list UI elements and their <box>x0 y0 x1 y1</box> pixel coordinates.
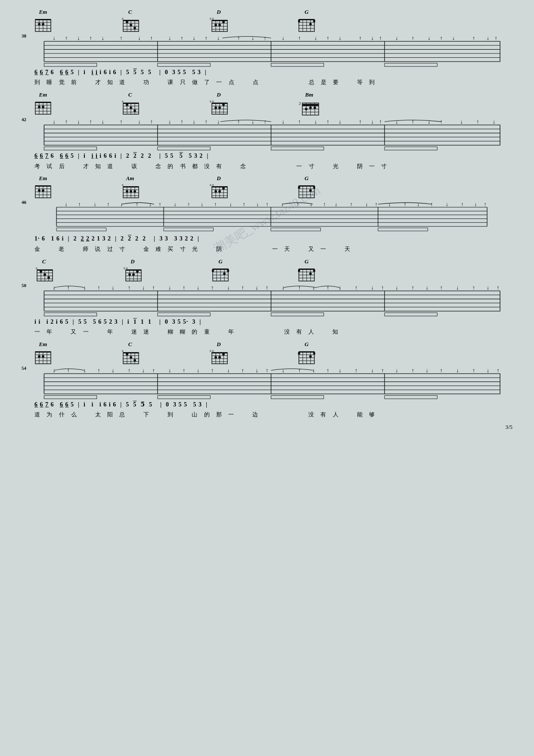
chord-em-42: Em <box>34 91 52 115</box>
svg-rect-193 <box>35 185 51 187</box>
svg-text:↑: ↑ <box>107 201 109 207</box>
svg-text:↓: ↓ <box>395 367 398 374</box>
svg-point-7 <box>38 23 40 25</box>
chord-diagram-d-42: ×× <box>208 99 229 115</box>
svg-rect-275 <box>378 228 428 231</box>
svg-text:↓: ↓ <box>338 35 342 41</box>
svg-rect-90 <box>271 63 323 67</box>
svg-point-204 <box>134 190 136 193</box>
chord-row-54: Em C × <box>22 341 512 365</box>
svg-rect-310 <box>213 269 228 270</box>
svg-point-400 <box>218 356 221 359</box>
svg-text:↑: ↑ <box>412 35 415 41</box>
svg-text:↑: ↑ <box>152 284 155 291</box>
svg-rect-368 <box>385 312 437 316</box>
chord-diagram-d-50: ×× <box>122 266 143 282</box>
svg-text:↑: ↑ <box>89 35 92 41</box>
svg-text:↓: ↓ <box>425 284 428 291</box>
chord-g-46: G <box>298 175 315 199</box>
svg-text:↑: ↑ <box>472 367 475 374</box>
svg-text:↑: ↑ <box>472 284 475 291</box>
svg-text:↓: ↓ <box>255 367 258 374</box>
svg-text:↓: ↓ <box>168 35 171 41</box>
svg-text:↓: ↓ <box>192 119 196 125</box>
svg-text:↓: ↓ <box>371 367 374 374</box>
svg-point-389 <box>134 359 136 362</box>
svg-rect-287 <box>37 269 53 271</box>
svg-rect-21 <box>123 20 139 21</box>
svg-point-227 <box>309 189 312 192</box>
svg-text:↑: ↑ <box>379 119 382 125</box>
svg-point-285 <box>43 273 46 276</box>
svg-text:↓: ↓ <box>314 35 317 41</box>
svg-text:↑: ↑ <box>412 284 415 291</box>
svg-point-112 <box>134 109 136 112</box>
svg-text:↑: ↑ <box>381 284 384 291</box>
svg-text:↑: ↑ <box>78 201 81 207</box>
svg-point-8 <box>42 23 44 25</box>
chord-diagram-em-42 <box>34 99 52 115</box>
section-46: Em Am × <box>22 175 512 253</box>
chord-d-50: D ×× <box>122 258 143 282</box>
svg-text:↓: ↓ <box>493 119 496 125</box>
svg-text:↑: ↑ <box>266 367 269 374</box>
svg-point-137 <box>314 106 316 109</box>
svg-point-192 <box>42 189 44 192</box>
lyrics-54: 道 为 什 么 太 阳 总 下 到 山 的 那 一 边 没 有 人 能 够 <box>34 410 512 419</box>
chord-diagram-em-46 <box>34 182 52 199</box>
svg-text:↓: ↓ <box>487 35 490 41</box>
svg-text:↑: ↑ <box>97 367 100 374</box>
lyrics-42: 考 试 后 才 知 道 该 念 的 书 都 没 有 念 一 寸 光 阴 一 寸 <box>34 162 512 171</box>
svg-text:↓: ↓ <box>112 367 115 374</box>
svg-point-202 <box>126 190 128 193</box>
chord-name-em: Em <box>39 9 47 16</box>
chord-g2-50: G <box>298 258 315 282</box>
svg-text:↑: ↑ <box>211 284 214 291</box>
chord-c-54: C × <box>121 341 140 365</box>
svg-text:↓: ↓ <box>138 119 141 125</box>
svg-text:↑: ↑ <box>65 119 68 125</box>
svg-text:↓: ↓ <box>201 201 203 207</box>
svg-rect-459 <box>271 395 323 399</box>
section-number-50: 50 <box>22 283 26 288</box>
svg-point-100 <box>42 106 44 108</box>
svg-text:↑: ↑ <box>241 284 244 291</box>
svg-text:↓: ↓ <box>460 119 463 125</box>
svg-text:↑: ↑ <box>187 201 190 207</box>
chord-am-46: Am × <box>121 175 140 199</box>
section-50: C × D <box>22 258 512 337</box>
svg-rect-457 <box>44 395 96 399</box>
svg-rect-274 <box>271 228 321 231</box>
svg-text:↑: ↑ <box>404 201 406 207</box>
svg-text:↓: ↓ <box>53 284 56 291</box>
svg-text:↑: ↑ <box>150 35 153 41</box>
svg-point-376 <box>38 355 40 358</box>
svg-text:↑: ↑ <box>476 119 479 125</box>
svg-text:↓: ↓ <box>168 119 171 125</box>
svg-text:↓: ↓ <box>217 119 220 125</box>
svg-point-388 <box>130 356 132 359</box>
chord-name-g: G <box>304 9 308 16</box>
svg-text:↑: ↑ <box>440 35 443 41</box>
svg-point-30 <box>214 24 217 26</box>
svg-text:↑: ↑ <box>150 119 153 125</box>
svg-text:↑: ↑ <box>381 367 384 374</box>
svg-text:↓: ↓ <box>149 201 152 207</box>
svg-text:↑: ↑ <box>359 119 362 125</box>
svg-text:↑: ↑ <box>205 119 208 125</box>
svg-rect-180 <box>44 147 96 150</box>
svg-point-286 <box>47 276 50 279</box>
svg-text:↓: ↓ <box>83 367 86 374</box>
svg-rect-183 <box>385 147 437 150</box>
svg-point-412 <box>309 355 312 358</box>
svg-rect-125 <box>212 103 227 104</box>
svg-text:↓: ↓ <box>417 201 419 207</box>
svg-text:↑: ↑ <box>497 367 500 374</box>
svg-text:↓: ↓ <box>197 284 200 291</box>
svg-text:2: 2 <box>299 101 301 106</box>
svg-text:↓: ↓ <box>251 119 255 125</box>
svg-text:↑: ↑ <box>298 35 301 41</box>
svg-point-135 <box>305 108 307 110</box>
chord-name-c: C <box>128 9 132 16</box>
chord-row-46: Em Am × <box>22 175 512 199</box>
